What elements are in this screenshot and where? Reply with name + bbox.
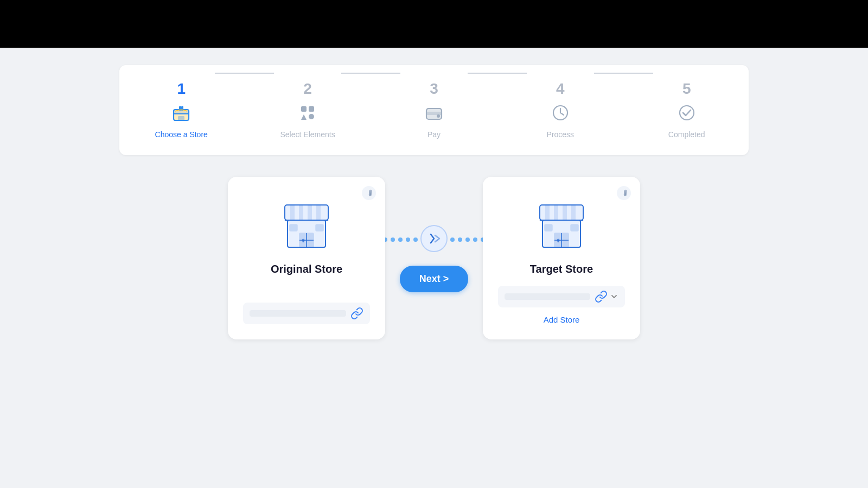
step-2-number: 2 <box>303 81 312 97</box>
original-store-input-bar <box>250 310 346 317</box>
step-4-label: Process <box>547 130 575 139</box>
original-store-input-row <box>243 303 370 324</box>
step-choose-store[interactable]: 1 Choose a Stor <box>152 81 210 139</box>
step-pay[interactable]: 3 Pay <box>405 81 463 139</box>
stepper-container: 1 Choose a Stor <box>119 65 749 155</box>
step-process[interactable]: 4 Process <box>531 81 590 139</box>
svg-point-13 <box>437 114 440 118</box>
svg-rect-21 <box>308 205 312 220</box>
target-store-input-bar <box>505 293 590 300</box>
step-1-number-icon: 1 <box>168 81 194 126</box>
step-4-number: 4 <box>556 81 565 97</box>
step-1-icon <box>168 100 194 126</box>
target-store-card: Target Store Add Store <box>483 177 640 339</box>
connector-2-3 <box>341 73 400 74</box>
add-store-link[interactable]: Add Store <box>544 315 580 324</box>
connector-1-2 <box>215 73 273 74</box>
step-4-icon <box>547 100 573 126</box>
svg-rect-45 <box>545 224 552 231</box>
svg-rect-3 <box>178 116 184 120</box>
dot-l7 <box>413 237 418 242</box>
connector-row <box>368 224 500 255</box>
stores-area: Original Store <box>119 177 749 339</box>
step-5-label: Completed <box>668 130 705 139</box>
stepper: 1 Choose a Stor <box>152 81 716 139</box>
original-store-title: Original Store <box>271 263 342 275</box>
svg-point-32 <box>617 186 631 200</box>
svg-rect-9 <box>309 114 314 119</box>
connector-3-4 <box>468 73 526 74</box>
step-2-number-icon: 2 <box>295 81 321 126</box>
svg-rect-12 <box>426 112 442 115</box>
svg-point-15 <box>680 106 694 120</box>
top-bar <box>0 0 868 48</box>
next-button[interactable]: Next > <box>400 266 469 292</box>
main-content: 1 Choose a Stor <box>108 48 760 357</box>
svg-point-16 <box>362 186 376 200</box>
step-3-number: 3 <box>430 81 438 97</box>
step-5-icon <box>674 100 700 126</box>
target-link-icon <box>595 290 608 303</box>
svg-rect-7 <box>309 106 314 112</box>
svg-rect-30 <box>316 224 323 231</box>
dot-l4 <box>391 237 395 242</box>
original-link-icon <box>350 307 363 320</box>
svg-rect-35 <box>545 205 550 220</box>
svg-rect-29 <box>290 224 297 231</box>
step-1-label: Choose a Store <box>155 130 208 139</box>
step-5-number: 5 <box>682 81 691 97</box>
dot-r2 <box>458 237 462 242</box>
original-shopify-badge <box>361 185 376 201</box>
dot-r3 <box>465 237 470 242</box>
target-store-illustration <box>532 201 591 254</box>
svg-marker-8 <box>301 114 307 120</box>
svg-rect-22 <box>316 205 321 220</box>
svg-rect-19 <box>290 205 295 220</box>
svg-rect-28 <box>303 240 304 242</box>
svg-rect-44 <box>558 240 559 242</box>
step-3-label: Pay <box>427 130 441 139</box>
chevron-down-icon <box>610 292 618 301</box>
svg-rect-37 <box>563 205 567 220</box>
step-1-number: 1 <box>177 81 186 97</box>
step-3-icon <box>421 100 447 126</box>
step-3-number-icon: 3 <box>421 81 447 126</box>
step-2-icon <box>295 100 321 126</box>
svg-rect-38 <box>571 205 576 220</box>
dot-r4 <box>473 237 477 242</box>
target-store-title: Target Store <box>530 263 593 275</box>
step-completed[interactable]: 5 Completed <box>658 81 716 139</box>
connector-4-5 <box>594 73 653 74</box>
target-shopify-badge <box>616 185 631 201</box>
original-store-illustration <box>277 201 336 254</box>
svg-rect-6 <box>301 106 307 112</box>
dot-l5 <box>398 237 403 242</box>
step-2-label: Select Elements <box>280 130 335 139</box>
original-store-card: Original Store <box>228 177 385 339</box>
target-store-input-row[interactable] <box>498 286 625 307</box>
middle-connector: Next > <box>385 224 483 292</box>
dot-l6 <box>406 237 410 242</box>
dot-r1 <box>450 237 455 242</box>
transfer-icon <box>420 224 448 255</box>
step-select-elements[interactable]: 2 Select Elements <box>278 81 337 139</box>
step-4-number-icon: 4 <box>547 81 573 126</box>
step-5-number-icon: 5 <box>674 81 700 126</box>
svg-rect-36 <box>554 205 558 220</box>
svg-rect-20 <box>299 205 303 220</box>
svg-rect-46 <box>571 224 578 231</box>
